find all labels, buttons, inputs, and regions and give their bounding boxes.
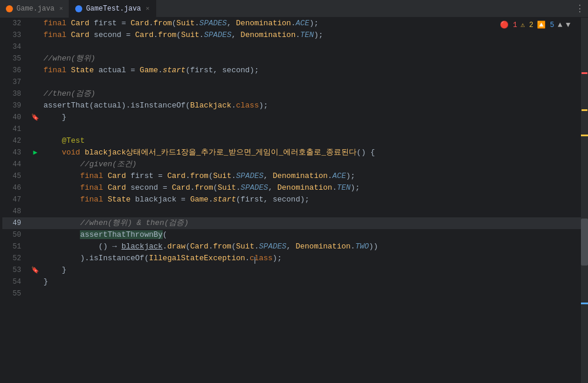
- code-53: }: [43, 264, 581, 276]
- table-row: 45 final Card first = Card.from(Suit.SPA…: [2, 170, 581, 182]
- table-row: 40 🔖 }: [2, 112, 581, 123]
- line-number: 55: [2, 288, 27, 300]
- table-row: 51 () → blackjack.draw(Card.from(Suit.SP…: [2, 241, 581, 253]
- line-number: 51: [2, 241, 27, 253]
- gutter-53: 🔖: [27, 264, 43, 276]
- test-icon: [75, 5, 82, 12]
- table-row: 50 assertThatThrownBy(: [2, 229, 581, 241]
- warning-marker-2: [581, 135, 588, 136]
- table-row: 43 ▶ void blackjack상태에서_카드1장을_추가로_받으면_게임…: [2, 147, 581, 159]
- line-number: 33: [2, 29, 27, 41]
- line-number: 32: [2, 18, 27, 29]
- line-number: 50: [2, 229, 27, 241]
- code-40: }: [43, 112, 581, 123]
- code-50: assertThatThrownBy(: [43, 229, 581, 241]
- tab-game-close[interactable]: ×: [59, 5, 63, 12]
- tab-game-java[interactable]: Game.java ×: [0, 0, 69, 18]
- code-46: final Card second = Card.from(Suit.SPADE…: [43, 182, 581, 194]
- line-number: 44: [2, 159, 27, 170]
- table-row: 33 final Card second = Card.from(Suit.SP…: [2, 29, 581, 41]
- line-number: 54: [2, 276, 27, 288]
- line-number: 35: [2, 53, 27, 65]
- code-38: //then(검증): [43, 88, 581, 100]
- code-33: final Card second = Card.from(Suit.SPADE…: [43, 29, 581, 41]
- table-row: 41: [2, 123, 581, 135]
- table-row: 39 assertThat(actual).isInstanceOf(Black…: [2, 100, 581, 112]
- line-number: 47: [2, 194, 27, 206]
- tab-game-label: Game.java: [16, 5, 55, 13]
- code-44: //given(조건): [43, 159, 581, 170]
- tab-gametest-label: GameTest.java: [86, 5, 141, 13]
- table-row: 53 🔖 }: [2, 264, 581, 276]
- code-54: }: [43, 276, 581, 288]
- code-35: //when(행위): [43, 53, 581, 65]
- table-row: 48: [2, 206, 581, 217]
- line-number: 52: [2, 253, 27, 264]
- line-number: 49: [2, 217, 27, 229]
- table-row: 52 ).isInstanceOf(IllegalStateException.…: [2, 253, 581, 264]
- warning-marker: [582, 109, 587, 111]
- line-number: 48: [2, 206, 27, 217]
- nav-up-button[interactable]: ▲: [557, 21, 562, 29]
- code-editor[interactable]: 32 final Card first = Card.from(Suit.SPA…: [0, 18, 581, 383]
- java-icon: [6, 5, 13, 12]
- table-row: 55: [2, 288, 581, 300]
- scrollbar[interactable]: [581, 18, 588, 383]
- code-42: @Test: [43, 135, 581, 147]
- line-number: 40: [2, 112, 27, 123]
- line-number: 43: [2, 147, 27, 159]
- table-row: 54 }: [2, 276, 581, 288]
- status-bar: 🔴 1 ⚠ 2 🔼 5 ▲ ▼: [500, 21, 570, 29]
- error-indicator[interactable]: 🔴 1: [500, 21, 517, 29]
- warning-indicator[interactable]: ⚠ 2: [520, 21, 533, 29]
- code-45: final Card first = Card.from(Suit.SPADES…: [43, 170, 581, 182]
- line-number: 41: [2, 123, 27, 135]
- info-indicator[interactable]: 🔼 5: [537, 21, 554, 29]
- table-row: 37: [2, 76, 581, 88]
- code-49: //when(행위) & then(검증): [43, 217, 581, 229]
- table-row: 36 final State actual = Game.start(first…: [2, 65, 581, 76]
- table-row: 44 //given(조건): [2, 159, 581, 170]
- code-47: final State blackjack = Game.start(first…: [43, 194, 581, 206]
- run-test-icon[interactable]: ▶: [33, 149, 37, 157]
- code-39: assertThat(actual).isInstanceOf(Blackjac…: [43, 100, 581, 112]
- gutter-43[interactable]: ▶: [27, 147, 43, 159]
- table-row: 46 final Card second = Card.from(Suit.SP…: [2, 182, 581, 194]
- code-52: ).isInstanceOf(IllegalStateException.cla…: [43, 253, 581, 264]
- table-row: 34: [2, 41, 581, 53]
- table-row: 47 final State blackjack = Game.start(fi…: [2, 194, 581, 206]
- code-43: void blackjack상태에서_카드1장을_추가로_받으면_게임이_에러호…: [43, 147, 581, 159]
- editor: 32 final Card first = Card.from(Suit.SPA…: [0, 18, 588, 383]
- tab-gametest-close[interactable]: ×: [146, 5, 150, 12]
- line-number: 37: [2, 76, 27, 88]
- scrollbar-thumb[interactable]: [581, 219, 588, 266]
- nav-down-button[interactable]: ▼: [566, 21, 570, 29]
- gutter-40: 🔖: [27, 112, 43, 123]
- table-row: 35 //when(행위): [2, 53, 581, 65]
- line-number: 46: [2, 182, 27, 194]
- table-row: 32 final Card first = Card.from(Suit.SPA…: [2, 18, 581, 29]
- line-number: 34: [2, 41, 27, 53]
- line-number: 42: [2, 135, 27, 147]
- tab-bar: Game.java × GameTest.java × ⋮ 🔴 1 ⚠ 2 🔼 …: [0, 0, 588, 18]
- error-marker: [582, 72, 587, 74]
- table-row: 42 @Test: [2, 135, 581, 147]
- line-number: 45: [2, 170, 27, 182]
- line-number: 39: [2, 100, 27, 112]
- table-row: 38 //then(검증): [2, 88, 581, 100]
- tab-gametest-java[interactable]: GameTest.java ×: [69, 0, 156, 18]
- code-36: final State actual = Game.start(first, s…: [43, 65, 581, 76]
- line-number: 36: [2, 65, 27, 76]
- table-row: 49 //when(행위) & then(검증): [2, 217, 581, 229]
- more-tabs-button[interactable]: ⋮: [575, 3, 584, 15]
- bookmark-icon-53: 🔖: [31, 267, 39, 274]
- code-51: () → blackjack.draw(Card.from(Suit.SPADE…: [43, 241, 581, 253]
- line-number: 53: [2, 264, 27, 276]
- line-number: 38: [2, 88, 27, 100]
- current-line-marker: [581, 303, 588, 304]
